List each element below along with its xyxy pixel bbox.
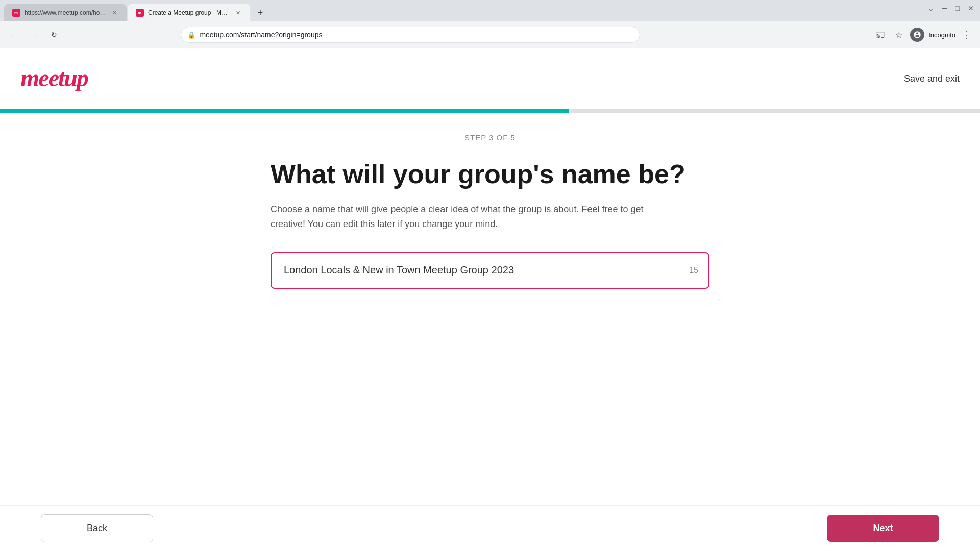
tab-favicon-2: m	[136, 9, 144, 17]
reload-button[interactable]: ↻	[47, 28, 61, 42]
page-header: meetup Save and exit	[0, 48, 980, 109]
chevron-down-icon[interactable]: ⌄	[928, 4, 934, 12]
url-text: meetup.com/start/name?origin=groups	[200, 31, 633, 39]
svg-text:meetup: meetup	[20, 64, 88, 91]
back-nav-button[interactable]: ←	[6, 28, 20, 42]
page-heading: What will your group's name be?	[271, 158, 709, 190]
tab-1-close[interactable]: ✕	[110, 9, 118, 17]
cast-icon[interactable]	[873, 28, 888, 42]
progress-bar-container	[0, 109, 980, 113]
menu-icon[interactable]: ⋮	[960, 28, 974, 42]
page-content: meetup Save and exit STEP 3 OF 5 What wi…	[0, 48, 980, 289]
browser-chrome: ⌄ ─ □ ✕ m https://www.meetup.com/how-t..…	[0, 0, 980, 48]
incognito-label: Incognito	[928, 31, 955, 39]
step-label: STEP 3 OF 5	[271, 133, 709, 142]
next-button[interactable]: Next	[827, 515, 939, 542]
page-footer: Back Next	[0, 505, 980, 551]
tab-2-label: Create a Meetup group - Meetup	[148, 9, 230, 16]
browser-tab-2[interactable]: m Create a Meetup group - Meetup ✕	[128, 4, 250, 21]
incognito-avatar	[910, 28, 924, 42]
progress-bar-fill	[0, 109, 569, 113]
tab-1-label: https://www.meetup.com/how-t...	[24, 9, 106, 16]
close-button[interactable]: ✕	[968, 4, 974, 12]
address-bar-row: ← → ↻ 🔒 meetup.com/start/name?origin=gro…	[0, 21, 980, 48]
toolbar-icons: ☆ Incognito ⋮	[873, 28, 974, 42]
browser-tab-1[interactable]: m https://www.meetup.com/how-t... ✕	[4, 4, 127, 21]
save-exit-button[interactable]: Save and exit	[904, 73, 960, 84]
svg-text:m: m	[138, 11, 141, 15]
new-tab-button[interactable]: +	[253, 6, 267, 20]
address-bar[interactable]: 🔒 meetup.com/start/name?origin=groups	[181, 27, 640, 43]
group-name-input-container: 15	[271, 252, 709, 289]
meetup-logo: meetup	[20, 63, 102, 94]
svg-text:m: m	[14, 11, 18, 15]
main-content: STEP 3 OF 5 What will your group's name …	[260, 113, 720, 289]
tab-favicon-1: m	[12, 9, 20, 17]
group-name-input[interactable]	[284, 264, 678, 276]
char-count: 15	[689, 266, 698, 275]
back-button[interactable]: Back	[41, 514, 153, 542]
minimize-button[interactable]: ─	[942, 4, 947, 12]
bookmark-icon[interactable]: ☆	[892, 28, 906, 42]
forward-nav-button[interactable]: →	[27, 28, 41, 42]
tab-2-close[interactable]: ✕	[234, 9, 242, 17]
page-description: Choose a name that will give people a cl…	[271, 202, 679, 232]
lock-icon: 🔒	[187, 31, 195, 39]
maximize-button[interactable]: □	[955, 4, 960, 12]
tab-bar: ⌄ ─ □ ✕ m https://www.meetup.com/how-t..…	[0, 0, 980, 21]
